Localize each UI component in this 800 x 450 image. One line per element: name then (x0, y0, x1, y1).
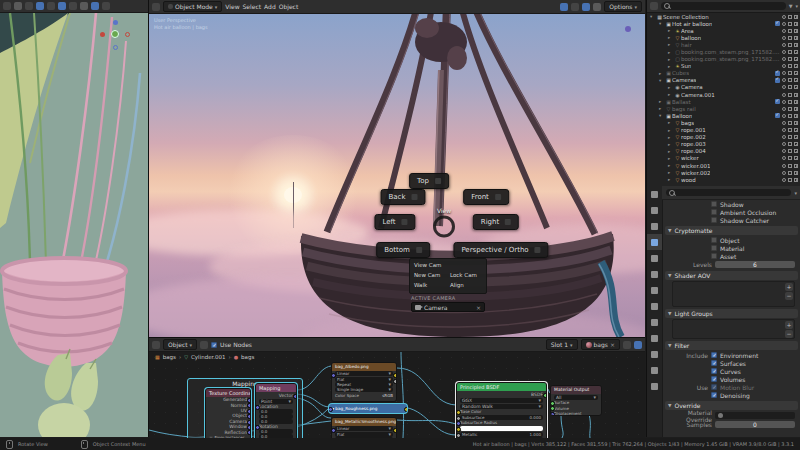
shading-material-icon[interactable] (91, 2, 99, 10)
disable-render-icon[interactable] (794, 142, 798, 146)
outliner-row[interactable]: ▸☀Area (647, 27, 800, 34)
hide-icon[interactable] (782, 22, 786, 26)
mode-dropdown[interactable]: Object Mode▾ (163, 1, 222, 12)
gizmo-z-axis-neg[interactable] (113, 45, 118, 50)
disable-render-icon[interactable] (794, 107, 798, 111)
properties-tab-constraints[interactable] (647, 346, 662, 362)
node-image-texture-albedo[interactable]: bag_Albedo.png Linear▾Flat▾Repeat▾Single… (331, 362, 397, 402)
menu-select[interactable]: Select (243, 3, 262, 10)
disable-viewport-icon[interactable] (788, 15, 792, 19)
disable-render-icon[interactable] (794, 57, 798, 61)
pie-view-front[interactable]: Front (463, 189, 509, 205)
collection-checkbox[interactable] (775, 71, 780, 76)
disable-render-icon[interactable] (794, 164, 798, 168)
pie-view-right[interactable]: Right (473, 214, 519, 230)
disable-viewport-icon[interactable] (788, 71, 792, 75)
outliner-menu-icon[interactable]: ▾ (795, 3, 798, 9)
disable-render-icon[interactable] (794, 22, 798, 26)
disable-render-icon[interactable] (794, 114, 798, 118)
pie-panel-item-view-cam[interactable]: View Cam (414, 262, 441, 268)
disable-viewport-icon[interactable] (788, 149, 792, 153)
active-camera-field[interactable]: Camera × (411, 302, 485, 312)
hide-icon[interactable] (782, 107, 786, 111)
use-nodes-checkbox[interactable] (211, 342, 217, 348)
collection-checkbox[interactable] (775, 78, 780, 83)
color-space-value[interactable]: sRGB (382, 393, 393, 398)
gizmo-y-axis[interactable] (111, 30, 119, 38)
options-dropdown[interactable]: Options▾ (604, 1, 642, 12)
disable-viewport-icon[interactable] (788, 128, 792, 132)
navigation-gizmo[interactable] (100, 20, 130, 50)
slot-dropdown[interactable]: Slot 1▾ (546, 339, 578, 350)
proportional-edit-icon[interactable] (47, 2, 55, 10)
disable-viewport-icon[interactable] (788, 22, 792, 26)
disable-viewport-icon[interactable] (788, 178, 792, 182)
outliner-row[interactable]: ▸▽bags rail (647, 105, 800, 112)
properties-tab-scene[interactable] (647, 250, 662, 266)
hide-icon[interactable] (782, 57, 786, 61)
outliner-row[interactable]: ▸▽wicker.002 (647, 169, 800, 176)
add-light-group-button[interactable]: + (785, 321, 793, 329)
section-shader-aov[interactable]: ▼Shader AOV (665, 271, 798, 280)
disable-viewport-icon[interactable] (788, 142, 792, 146)
hide-icon[interactable] (782, 64, 786, 68)
editor-type-icon[interactable] (152, 341, 160, 349)
outliner-row[interactable]: ▸▽bags (647, 119, 800, 126)
disable-render-icon[interactable] (794, 121, 798, 125)
shading-mode-icon[interactable] (593, 3, 601, 11)
properties-search-input[interactable] (666, 189, 791, 196)
outliner-row[interactable]: ▾▣Cameras (647, 77, 800, 84)
gizmo-x-axis-neg[interactable] (125, 32, 130, 37)
outliner-row[interactable]: ▸▢booking.com_steam.png_171582.002 (647, 48, 800, 55)
rendered-view[interactable]: User Perspective Hot air balloon | bags (149, 14, 645, 337)
collection-checkbox[interactable] (775, 99, 780, 104)
disable-render-icon[interactable] (794, 178, 798, 182)
hide-icon[interactable] (782, 85, 786, 89)
pie-view-bottom[interactable]: Bottom (376, 242, 430, 258)
pin-icon[interactable] (200, 341, 208, 349)
hide-icon[interactable] (782, 29, 786, 33)
disable-viewport-icon[interactable] (788, 135, 792, 139)
disable-viewport-icon[interactable] (788, 85, 792, 89)
properties-tab-modifiers[interactable] (647, 298, 662, 314)
filter-icon[interactable]: ▼ (789, 3, 793, 9)
pie-view-back[interactable]: Back (381, 189, 426, 205)
checkbox[interactable] (711, 376, 717, 382)
disable-render-icon[interactable] (794, 135, 798, 139)
disable-render-icon[interactable] (794, 78, 798, 82)
clear-camera-icon[interactable]: × (476, 304, 481, 311)
disable-viewport-icon[interactable] (788, 36, 792, 40)
shader-type-dropdown[interactable]: Object▾ (163, 339, 197, 350)
overlay-toggle-icon[interactable] (634, 341, 642, 349)
disable-render-icon[interactable] (794, 156, 798, 160)
section-filter[interactable]: ▼Filter (665, 341, 798, 350)
shading-rendered-icon[interactable] (102, 2, 110, 10)
checkbox[interactable] (711, 237, 717, 243)
disable-render-icon[interactable] (794, 36, 798, 40)
properties-tab-object[interactable] (647, 282, 662, 298)
disable-render-icon[interactable] (794, 93, 798, 97)
checkbox[interactable] (711, 360, 717, 366)
properties-filter-icon[interactable]: ▾ (794, 190, 797, 196)
hide-icon[interactable] (782, 93, 786, 97)
hide-icon[interactable] (782, 15, 786, 19)
checkbox[interactable] (711, 392, 717, 398)
gizmo-x-axis[interactable] (100, 32, 105, 37)
node-principled-bsdf[interactable]: Principled BSDF BSDF GGX▾Random Walk▾Bas… (456, 382, 547, 438)
disable-render-icon[interactable] (794, 100, 798, 104)
overlays-toggle-icon[interactable] (582, 3, 590, 11)
viewport-3d-left[interactable] (0, 0, 149, 437)
dropdown-field[interactable]: Repeat▾ (335, 437, 393, 438)
hide-icon[interactable] (782, 43, 786, 47)
outliner[interactable]: ▼ ▾ ▾▦Scene Collection▾▣Hot air balloon▸… (647, 0, 800, 186)
hide-icon[interactable] (782, 128, 786, 132)
node-image-texture-roughness-collapsed[interactable]: ▾ bag_Roughness.png (329, 404, 407, 413)
outliner-row[interactable]: ▸◉Camera.001 (647, 91, 800, 98)
hide-icon[interactable] (782, 149, 786, 153)
menu-view[interactable]: View (225, 3, 239, 10)
section-light-groups[interactable]: ▼Light Groups (665, 309, 798, 318)
properties-tab-world[interactable] (647, 266, 662, 282)
checkbox[interactable] (711, 209, 717, 215)
checkbox[interactable] (711, 245, 717, 251)
shader-aov-list[interactable]: +− (672, 281, 795, 307)
